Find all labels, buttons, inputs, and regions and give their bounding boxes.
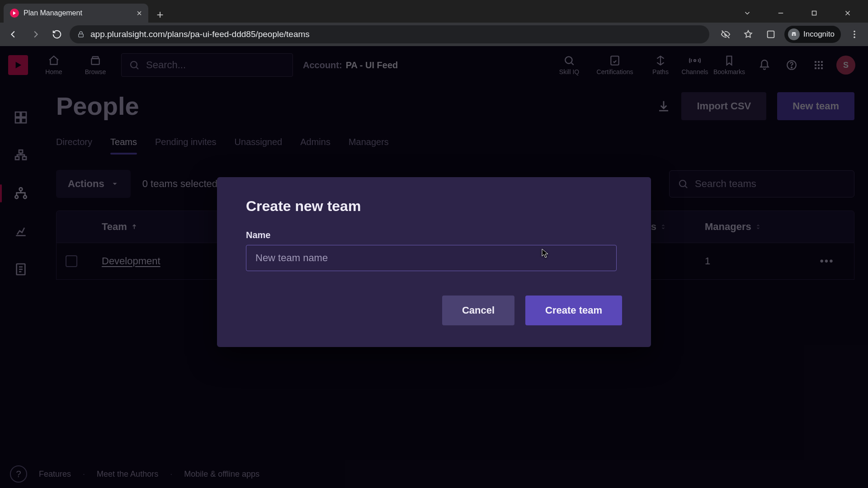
svg-point-7 [794, 34, 796, 36]
tab-title: Plan Management [24, 9, 82, 17]
eye-off-icon[interactable] [717, 25, 735, 43]
nav-reload-button[interactable] [48, 25, 66, 43]
svg-rect-5 [768, 31, 774, 38]
incognito-icon [788, 28, 800, 40]
svg-point-6 [792, 34, 793, 36]
incognito-indicator[interactable]: Incognito [784, 26, 841, 43]
tab-search-icon[interactable] [737, 4, 758, 22]
modal-title: Create new team [246, 198, 622, 215]
svg-point-10 [854, 37, 855, 38]
nav-forward-button[interactable] [26, 25, 44, 43]
tab-close-icon[interactable]: × [137, 8, 142, 19]
create-team-modal: Create new team Name Cancel Create team [217, 177, 651, 347]
window-controls [737, 4, 864, 23]
svg-point-9 [854, 33, 855, 35]
bookmark-star-icon[interactable] [739, 25, 757, 43]
incognito-label: Incognito [803, 30, 835, 39]
nav-back-button[interactable] [5, 25, 23, 43]
window-minimize-button[interactable] [770, 4, 791, 22]
svg-point-8 [854, 31, 855, 33]
cancel-button[interactable]: Cancel [442, 296, 514, 325]
browser-toolbar: app.pluralsight.com/plans/pa-ui-feed-ddd… [0, 23, 868, 46]
create-team-button[interactable]: Create team [525, 296, 622, 325]
browser-menu-icon[interactable] [845, 25, 863, 43]
new-tab-button[interactable]: + [152, 6, 168, 23]
site-favicon [10, 9, 19, 18]
browser-tab-active[interactable]: Plan Management × [4, 4, 148, 23]
extensions-icon[interactable] [762, 25, 780, 43]
team-name-input[interactable] [246, 245, 617, 271]
lock-icon [77, 30, 85, 38]
name-field-label: Name [246, 230, 622, 240]
window-close-button[interactable] [837, 4, 858, 22]
browser-tab-strip: Plan Management × + [0, 0, 868, 23]
svg-rect-1 [812, 11, 816, 15]
svg-rect-4 [79, 34, 84, 37]
address-bar[interactable]: app.pluralsight.com/plans/pa-ui-feed-ddd… [70, 25, 709, 43]
window-maximize-button[interactable] [804, 4, 825, 22]
address-bar-url: app.pluralsight.com/plans/pa-ui-feed-ddd… [90, 29, 310, 39]
